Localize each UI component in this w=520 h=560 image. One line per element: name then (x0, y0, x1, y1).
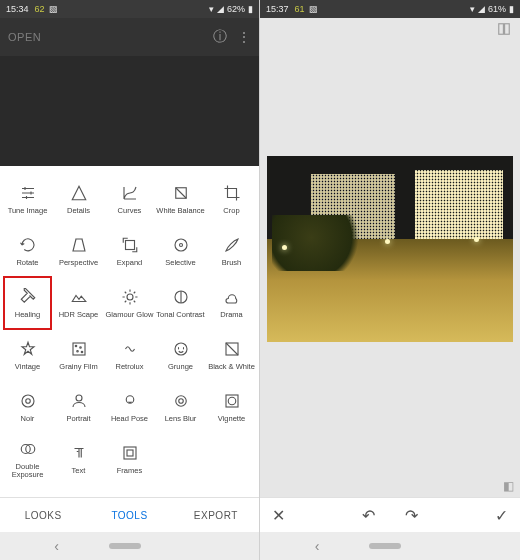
gallery-icon: ▧ (309, 5, 318, 14)
tool-glamour-glow[interactable]: Glamour Glow (104, 278, 155, 328)
crop-icon (222, 183, 242, 203)
close-button[interactable]: ✕ (272, 506, 285, 525)
tool-lens-blur[interactable]: Lens Blur (155, 382, 206, 432)
home-nav-icon[interactable] (369, 543, 401, 549)
open-button[interactable]: OPEN (8, 31, 41, 43)
grainy-film-icon (69, 339, 89, 359)
bookmark-icon[interactable]: ◧ (503, 479, 514, 493)
battery-pct: 62% (227, 4, 245, 14)
noir-icon (18, 391, 38, 411)
svg-rect-24 (127, 450, 133, 456)
redo-button[interactable]: ↷ (405, 506, 418, 525)
svg-point-13 (22, 395, 34, 407)
tool-selective[interactable]: Selective (155, 226, 206, 276)
tool-label: Selective (165, 259, 195, 267)
tool-label: Tune Image (8, 207, 48, 215)
compare-icon[interactable] (496, 22, 512, 40)
back-nav-icon[interactable]: ‹ (315, 538, 320, 554)
tool-vintage[interactable]: Vintage (2, 330, 53, 380)
battery-icon: ▮ (248, 5, 253, 14)
tool-crop[interactable]: Crop (206, 174, 257, 224)
healing-icon (18, 287, 38, 307)
android-nav-bar: ‹ (260, 532, 520, 560)
svg-point-3 (179, 243, 182, 246)
svg-rect-1 (125, 240, 134, 249)
tool-hdr-scape[interactable]: HDR Scape (53, 278, 104, 328)
tool-healing[interactable]: Healing (2, 278, 53, 328)
tool-label: Crop (223, 207, 239, 215)
tool-text[interactable]: Text (53, 434, 104, 484)
photo-canvas[interactable]: ◧ (260, 44, 520, 497)
status-bar: 15:37 61 ▧ ▾ ◢ 61% ▮ (260, 0, 520, 18)
tool-double-exposure[interactable]: Double Exposure (2, 434, 53, 484)
rotate-icon (18, 235, 38, 255)
tab-tools[interactable]: TOOLS (86, 498, 172, 532)
tool-curves[interactable]: Curves (104, 174, 155, 224)
gallery-icon: ▧ (49, 5, 58, 14)
battery-pct: 61% (488, 4, 506, 14)
tool-tune-image[interactable]: Tune Image (2, 174, 53, 224)
home-nav-icon[interactable] (109, 543, 141, 549)
tool-label: Drama (220, 311, 243, 319)
tab-export[interactable]: EXPORT (173, 498, 259, 532)
portrait-icon (69, 391, 89, 411)
details-icon (69, 183, 89, 203)
tool-label: HDR Scape (59, 311, 99, 319)
tool-label: Retrolux (116, 363, 144, 371)
tool-retrolux[interactable]: Retrolux (104, 330, 155, 380)
tool-label: Rotate (16, 259, 38, 267)
wifi-icon: ▾ (470, 5, 475, 14)
tool-label: Perspective (59, 259, 98, 267)
tool-tonal-contrast[interactable]: Tonal Contrast (155, 278, 206, 328)
tool-label: Lens Blur (165, 415, 197, 423)
tool-head-pose[interactable]: Head Pose (104, 382, 155, 432)
brush-icon (222, 235, 242, 255)
svg-rect-6 (73, 343, 85, 355)
status-bar: 15:34 62 ▧ ▾ ◢ 62% ▮ (0, 0, 259, 18)
tool-noir[interactable]: Noir (2, 382, 53, 432)
svg-point-8 (79, 347, 81, 349)
tool-white-balance[interactable]: White Balance (155, 174, 206, 224)
double-exposure-icon (18, 439, 38, 459)
retrolux-icon (120, 339, 140, 359)
tool-label: Grunge (168, 363, 193, 371)
bottom-tabs: LOOKS TOOLS EXPORT (0, 497, 259, 532)
tool-drama[interactable]: Drama (206, 278, 257, 328)
svg-point-10 (81, 351, 83, 353)
photo-image (267, 156, 513, 342)
tool-portrait[interactable]: Portrait (53, 382, 104, 432)
tool-brush[interactable]: Brush (206, 226, 257, 276)
info-icon[interactable]: ⓘ (213, 28, 227, 46)
tool-details[interactable]: Details (53, 174, 104, 224)
tool-black-white[interactable]: Black & White (206, 330, 257, 380)
tool-grainy-film[interactable]: Grainy Film (53, 330, 104, 380)
hdr-scape-icon (69, 287, 89, 307)
overflow-icon[interactable]: ⋮ (237, 29, 251, 45)
undo-button[interactable]: ↶ (362, 506, 375, 525)
curves-icon (120, 183, 140, 203)
tool-rotate[interactable]: Rotate (2, 226, 53, 276)
phone-right: 15:37 61 ▧ ▾ ◢ 61% ▮ ◧ (260, 0, 520, 560)
tune-image-icon (18, 183, 38, 203)
tab-looks[interactable]: LOOKS (0, 498, 86, 532)
tool-label: Expand (117, 259, 142, 267)
tool-expand[interactable]: Expand (104, 226, 155, 276)
tool-vignette[interactable]: Vignette (206, 382, 257, 432)
signal-icon: ◢ (478, 5, 485, 14)
tool-label: Frames (117, 467, 142, 475)
tool-grunge[interactable]: Grunge (155, 330, 206, 380)
back-nav-icon[interactable]: ‹ (54, 538, 59, 554)
lens-blur-icon (171, 391, 191, 411)
status-time: 15:34 (6, 4, 29, 14)
svg-point-4 (127, 294, 133, 300)
perspective-icon (69, 235, 89, 255)
image-preview-empty (0, 56, 259, 166)
tool-frames[interactable]: Frames (104, 434, 155, 484)
editor-header (260, 18, 520, 44)
svg-point-11 (175, 343, 187, 355)
svg-point-14 (25, 399, 30, 404)
apply-button[interactable]: ✓ (495, 506, 508, 525)
tool-perspective[interactable]: Perspective (53, 226, 104, 276)
svg-rect-26 (505, 24, 510, 35)
app-header: OPEN ⓘ ⋮ (0, 18, 259, 56)
